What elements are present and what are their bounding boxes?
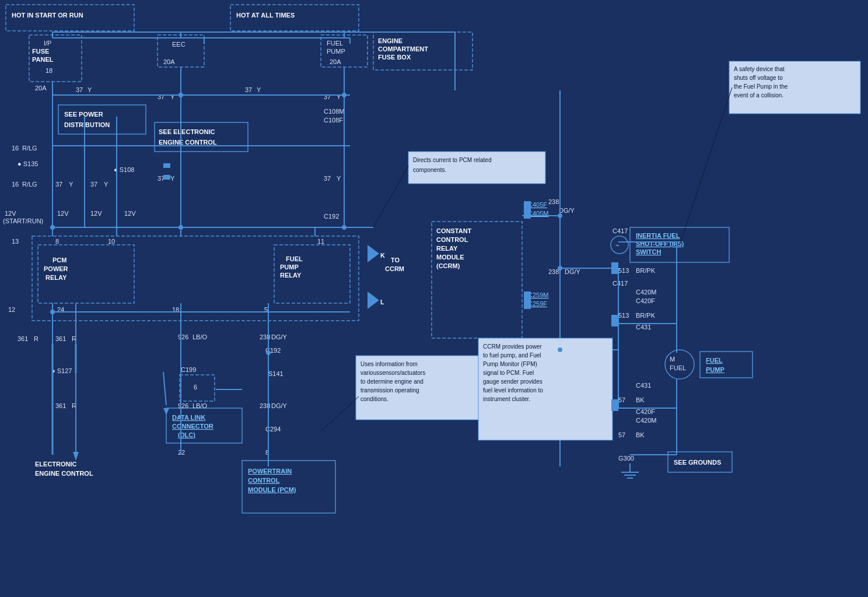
eec-label: EEC xyxy=(172,41,186,48)
to-ccrm-1: TO xyxy=(391,257,400,264)
wire-y-c1: Y xyxy=(170,93,175,100)
s141-label: S141 xyxy=(268,370,284,377)
callout-ccrm-7: instrument cluster. xyxy=(483,396,530,402)
wiring-diagram: HOT IN START OR RUN HOT AT ALL TIMES I/P… xyxy=(0,0,868,597)
c417-lower: C417 xyxy=(612,280,628,287)
wire-dgy-right-1: DG/Y xyxy=(559,207,575,214)
wire-brpk-2: BR/PK xyxy=(636,312,656,319)
hot-start-run-label: HOT IN START OR RUN xyxy=(12,12,83,19)
wire-361-2: 361 xyxy=(55,335,66,342)
callout-ccrm-3: Pump Monitor (FPM) xyxy=(483,361,537,367)
ccrm-3: RELAY xyxy=(436,245,458,252)
wire-57-1: 57 xyxy=(618,396,625,403)
wire-12: 12 xyxy=(8,306,15,313)
wire-y-h2: Y xyxy=(257,86,261,93)
fuel-pump-label-1: FUEL xyxy=(706,357,723,364)
callout-safety-1: A safety device that xyxy=(734,66,785,72)
wire-y-2: Y xyxy=(104,181,108,188)
svg-rect-87 xyxy=(524,201,531,219)
fuel-pump-motor-label: FUEL xyxy=(670,364,686,371)
c417-top: C417 xyxy=(612,227,628,234)
fuel-pump-fuse-label: FUEL xyxy=(327,40,343,47)
12v-3: 12V xyxy=(124,210,136,217)
wire-37-h2: 37 xyxy=(245,86,252,93)
wire-361-lower: 361 xyxy=(55,402,66,409)
see-eec-2: ENGINE CONTROL xyxy=(159,139,217,146)
fuse-panel-label: FUSE xyxy=(32,48,49,55)
wire-57-2: 57 xyxy=(618,431,625,438)
callout-uses-4: transmission operating xyxy=(360,387,419,394)
fuel-pump-relay-2: PUMP xyxy=(280,264,299,271)
svg-rect-85 xyxy=(163,163,170,168)
wire-926-1: 926 xyxy=(178,333,188,340)
fuse-panel-label2: PANEL xyxy=(32,56,54,63)
12v-start-run-2: (START/RUN) xyxy=(3,217,43,224)
c420m-lower: C420M xyxy=(636,417,656,424)
svg-point-82 xyxy=(558,266,562,271)
svg-point-81 xyxy=(558,213,562,218)
fuel-pump-20a: 20A xyxy=(330,58,341,65)
12v-1: 12V xyxy=(57,210,69,217)
12v-start-run: 12V xyxy=(5,210,16,217)
dlc-1: DATA LINK xyxy=(172,414,205,421)
wire-y-c2: Y xyxy=(337,93,341,100)
fuel-pump-relay-3: RELAY xyxy=(280,272,302,279)
wire-37-c1: 37 xyxy=(158,93,164,100)
wire-y-1: Y xyxy=(69,181,74,188)
hot-at-all-times-label: HOT AT ALL TIMES xyxy=(236,12,295,19)
k-label: K xyxy=(380,252,385,259)
callout-uses-1: Uses information from xyxy=(360,361,418,367)
wire-16-label: 16 xyxy=(12,145,19,152)
callout-ccrm-4: signal to PCM. Fuel xyxy=(483,370,534,376)
pcm-power-relay-1: PCM xyxy=(52,257,66,264)
svg-rect-91 xyxy=(611,399,618,411)
wire-22: 22 xyxy=(178,449,185,456)
callout-ccrm-5: gauge sender provides xyxy=(483,378,542,385)
wire-y-lower-1: Y xyxy=(170,175,175,182)
fuel-pump-motor-m: M xyxy=(670,356,675,363)
fuse-18: 18 xyxy=(46,67,52,74)
engine-comp-fb-3: FUSE BOX xyxy=(378,54,411,61)
wire-lbo-1: LB/O xyxy=(192,333,208,340)
ccrm-5: (CCRM) xyxy=(436,262,460,269)
pcm-3: MODULE (PCM) xyxy=(248,486,296,493)
ifs-3: SWITCH xyxy=(636,248,661,255)
c199-label: C199 xyxy=(181,366,196,373)
wire-513-1: 513 xyxy=(618,267,629,274)
eec-20a: 20A xyxy=(163,58,175,65)
svg-rect-86 xyxy=(163,175,170,180)
ccrm-4: MODULE xyxy=(436,254,464,261)
c108f-label: C108F xyxy=(324,117,343,124)
callout-directs-2: components. xyxy=(413,167,446,173)
wire-bk-1: BK xyxy=(636,396,645,403)
wire-rlg-2: R/LG xyxy=(22,181,37,188)
c192-1: C192 xyxy=(324,213,339,220)
ccrm-1: CONSTANT xyxy=(436,227,472,234)
fuel-pump-label-2: PUMP xyxy=(706,366,724,373)
callout-ccrm-2: to fuel pump, and Fuel xyxy=(483,352,541,359)
see-power-dist-2: DISTRIBUTION xyxy=(64,121,110,128)
callout-ccrm-1: CCRM provides power xyxy=(483,343,542,350)
ifs-symbol: ~ xyxy=(615,242,619,249)
ccrm-2: CONTROL xyxy=(436,236,468,243)
wire-rlg-1: R/LG xyxy=(22,145,37,152)
eec-bottom-2: ENGINE CONTROL xyxy=(35,470,93,477)
svg-point-83 xyxy=(558,347,562,352)
wire-926-lower: 926 xyxy=(178,402,188,409)
c420m-upper: C420M xyxy=(636,289,656,296)
c431-lower: C431 xyxy=(636,382,651,389)
svg-point-78 xyxy=(342,225,346,230)
s135-label: ● S135 xyxy=(18,160,38,167)
wire-10: 10 xyxy=(108,238,115,245)
12v-2: 12V xyxy=(90,210,102,217)
wire-238-r-2: 238 xyxy=(548,268,559,275)
see-grounds: SEE GROUNDS xyxy=(674,459,721,466)
dlc-2: CONNECTOR xyxy=(172,423,214,430)
callout-safety-3: the Fuel Pump in the xyxy=(734,83,788,90)
engine-comp-fb-1: ENGINE xyxy=(378,37,402,44)
svg-rect-90 xyxy=(611,315,618,326)
fuel-pump-relay-1: FUEL xyxy=(286,255,303,262)
callout-safety-4: event of a collision. xyxy=(734,92,783,99)
pcm-power-relay-3: RELAY xyxy=(46,274,67,281)
callout-directs-1: Directs current to PCM related xyxy=(413,157,492,163)
